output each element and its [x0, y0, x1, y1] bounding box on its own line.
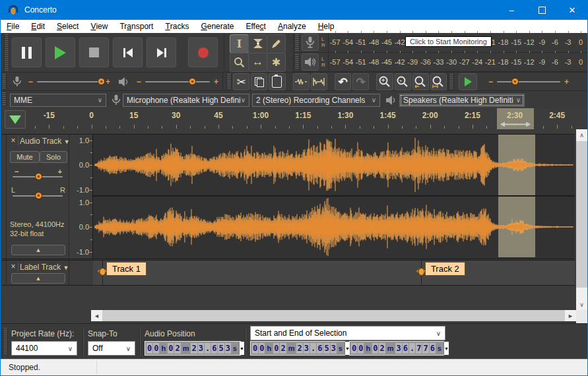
time-digit[interactable]: 0: [273, 343, 279, 354]
record-button[interactable]: [187, 37, 218, 68]
project-rate-select[interactable]: 44100 ∨: [11, 341, 77, 356]
menu-select[interactable]: Select: [51, 20, 84, 33]
time-digit[interactable]: 0: [358, 343, 364, 354]
close-track-button[interactable]: ×: [9, 262, 18, 271]
time-separator[interactable]: .: [310, 343, 316, 354]
recording-volume-slider[interactable]: [37, 81, 102, 82]
waveform-left-channel[interactable]: [93, 135, 575, 195]
time-digit[interactable]: 0: [259, 343, 265, 354]
silence-button[interactable]: [311, 73, 327, 90]
track-title[interactable]: Audio Track ▼: [20, 137, 70, 146]
time-digit[interactable]: 2: [174, 343, 180, 354]
audio-position-field[interactable]: 00h02m23.653s▼: [145, 341, 241, 356]
collapse-track-button[interactable]: ▲: [11, 273, 65, 284]
draw-tool-button[interactable]: [267, 34, 286, 53]
time-digit[interactable]: 0: [351, 343, 357, 354]
time-digit[interactable]: 3: [198, 343, 204, 354]
vertical-scrollbar[interactable]: ∧ ∨: [576, 129, 587, 310]
time-digit[interactable]: 5: [323, 343, 329, 354]
menu-analyze[interactable]: Analyze: [272, 20, 312, 33]
time-shift-tool-button[interactable]: ↔: [248, 53, 267, 72]
time-digit[interactable]: 0: [168, 343, 174, 354]
time-field-dropdown[interactable]: ▼: [443, 342, 449, 355]
menu-help[interactable]: Help: [312, 20, 341, 33]
mute-button[interactable]: Mute: [10, 151, 40, 163]
copy-button[interactable]: [251, 73, 267, 90]
playback-meter[interactable]: LR -57-54-51-48-45-42-39-36-33-30-27-24-…: [294, 53, 587, 73]
playback-volume-knob[interactable]: [189, 78, 196, 85]
selection-end-field[interactable]: 00h02m36.776s▼: [349, 341, 444, 356]
timeline-pin-button[interactable]: [5, 110, 26, 129]
scroll-right-button[interactable]: ►: [565, 310, 576, 321]
trim-button[interactable]: [293, 73, 310, 90]
envelope-tool-button[interactable]: [248, 34, 267, 53]
playback-meter-speaker-button[interactable]: [302, 53, 319, 71]
time-digit[interactable]: 3: [331, 343, 337, 354]
time-digit[interactable]: 6: [403, 343, 408, 354]
time-digit[interactable]: 0: [147, 343, 152, 354]
maximize-button[interactable]: [527, 0, 557, 20]
time-digit[interactable]: 6: [430, 343, 436, 354]
waveform-right-channel[interactable]: [93, 197, 575, 257]
time-digit[interactable]: 6: [211, 343, 217, 354]
time-digit[interactable]: 0: [372, 343, 378, 354]
recording-channels-select[interactable]: 2 (Stereo) Recording Channels ∨: [252, 94, 380, 107]
playback-volume-slider[interactable]: [145, 81, 210, 82]
scroll-up-button[interactable]: ∧: [576, 129, 587, 141]
menu-transport[interactable]: Transport: [114, 20, 159, 33]
menu-generate[interactable]: Generate: [195, 20, 240, 33]
play-speed-slider[interactable]: [497, 81, 560, 82]
minimize-button[interactable]: –: [496, 0, 527, 20]
pan-knob[interactable]: [35, 192, 42, 199]
collapse-track-button[interactable]: ▲: [11, 245, 65, 255]
gain-slider[interactable]: [13, 176, 63, 177]
skip-to-end-button[interactable]: [146, 37, 177, 68]
selection-start-field[interactable]: 00h02m23.653s▼: [250, 341, 345, 356]
label-text[interactable]: Track 1: [106, 262, 147, 276]
selection-resize-arrows[interactable]: [500, 121, 531, 127]
scroll-left-button[interactable]: ◄: [91, 310, 102, 321]
label-marker[interactable]: [99, 266, 106, 276]
stop-button[interactable]: [79, 37, 110, 68]
time-digit[interactable]: 3: [304, 343, 310, 354]
zoom-tool-button[interactable]: [230, 53, 249, 72]
play-button[interactable]: [45, 37, 76, 68]
menu-view[interactable]: View: [84, 20, 114, 33]
redo-button[interactable]: ↷: [352, 73, 369, 90]
time-digit[interactable]: 6: [317, 343, 323, 354]
toolbar-grip[interactable]: [449, 74, 454, 90]
play-speed-knob[interactable]: [511, 78, 519, 85]
time-digit[interactable]: 0: [153, 343, 159, 354]
recording-volume-knob[interactable]: [98, 78, 105, 85]
snap-to-select[interactable]: Off ∨: [88, 341, 135, 356]
close-button[interactable]: ✕: [557, 0, 587, 20]
toolbar-grip[interactable]: [226, 74, 232, 90]
toolbar-grip[interactable]: [294, 54, 300, 71]
recording-device-select[interactable]: Microphone (Realtek High Defini ∨: [123, 94, 249, 107]
monitoring-tooltip[interactable]: Click to Start Monitoring: [405, 36, 492, 47]
toolbar-grip[interactable]: [294, 34, 300, 51]
label-area[interactable]: Track 1Track 2: [93, 261, 575, 285]
pan-slider[interactable]: [13, 195, 63, 197]
skip-to-start-button[interactable]: [112, 37, 143, 68]
multi-tool-button[interactable]: ✱: [267, 53, 286, 72]
time-digit[interactable]: 3: [395, 343, 401, 354]
zoom-in-button[interactable]: +: [376, 73, 393, 90]
gain-knob[interactable]: [35, 173, 42, 180]
time-digit[interactable]: 5: [218, 343, 224, 354]
menu-tracks[interactable]: Tracks: [159, 20, 195, 33]
horizontal-scroll-thumb[interactable]: [102, 310, 565, 321]
timeline-ruler[interactable]: -1501530451:001:151:301:452:002:152:302:…: [1, 108, 587, 130]
zoom-out-button[interactable]: -: [395, 73, 411, 90]
label-marker[interactable]: [417, 266, 424, 276]
time-digit[interactable]: 3: [225, 343, 231, 354]
selection-range-mode-select[interactable]: Start and End of Selection ∨: [250, 326, 445, 340]
track-title[interactable]: Label Track ▼: [20, 263, 69, 272]
cut-button[interactable]: ✂: [233, 73, 249, 90]
waveform-area[interactable]: [93, 135, 575, 259]
horizontal-scrollbar[interactable]: ◄ ►: [91, 310, 576, 321]
time-field-dropdown[interactable]: ▼: [239, 342, 244, 355]
scroll-down-button[interactable]: ∨: [576, 299, 587, 310]
time-separator[interactable]: .: [409, 343, 415, 354]
menu-file[interactable]: File: [1, 20, 25, 33]
